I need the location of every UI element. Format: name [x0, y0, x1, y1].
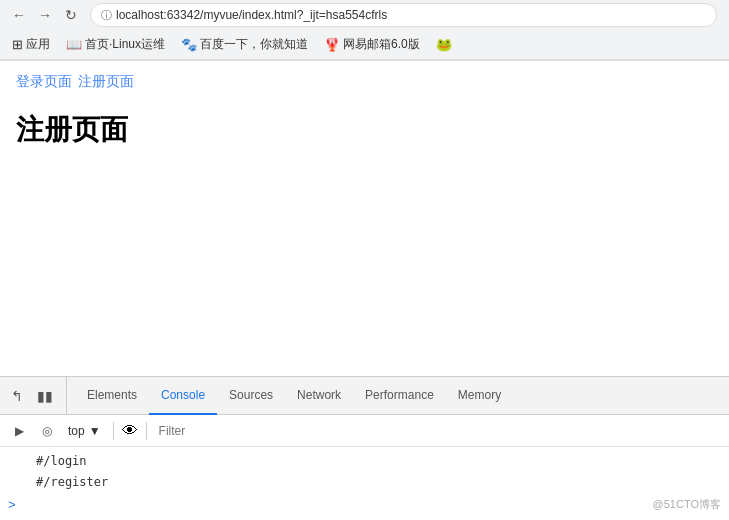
select-element-button[interactable]: ↰: [4, 383, 30, 409]
console-line-2: #/register: [0, 472, 729, 493]
baidu-icon: 🐾: [181, 37, 197, 52]
forward-button[interactable]: →: [34, 4, 56, 26]
eye-icon: 👁: [122, 422, 138, 440]
tab-memory-label: Memory: [458, 388, 501, 402]
console-output: #/login #/register >: [0, 447, 729, 520]
back-button[interactable]: ←: [8, 4, 30, 26]
divider2: [146, 422, 147, 440]
context-label: top: [68, 424, 85, 438]
mail-icon: 🦞: [324, 37, 340, 52]
bookmark-apps[interactable]: ⊞ 应用: [8, 34, 54, 55]
devtools-panel: ↰ ▮▮ Elements Console Sources Network Pe…: [0, 376, 729, 520]
prompt-arrow-icon: >: [8, 497, 16, 512]
book-icon: 📖: [66, 37, 82, 52]
register-link[interactable]: 注册页面: [78, 73, 134, 91]
bookmarks-bar: ⊞ 应用 📖 首页·Linux运维 🐾 百度一下，你就知道 🦞 网易邮箱6.0版…: [0, 30, 729, 60]
frog-icon: 🐸: [436, 37, 452, 52]
tab-console[interactable]: Console: [149, 378, 217, 415]
console-line-1: #/login: [0, 451, 729, 472]
title-bar: ← → ↻ ⓘ localhost:63342/myvue/index.html…: [0, 0, 729, 30]
console-text-2: #/register: [36, 475, 108, 489]
devtools-tabs-bar: ↰ ▮▮ Elements Console Sources Network Pe…: [0, 377, 729, 415]
tab-network-label: Network: [297, 388, 341, 402]
console-toolbar: ▶ ◎ top ▼ 👁: [0, 415, 729, 447]
bookmark-apps-label: 应用: [26, 36, 50, 53]
divider: [113, 422, 114, 440]
bookmark-163[interactable]: 🦞 网易邮箱6.0版: [320, 34, 424, 55]
page-title: 注册页面: [16, 111, 713, 149]
address-bar[interactable]: ⓘ localhost:63342/myvue/index.html?_ijt=…: [90, 3, 717, 27]
tab-elements-label: Elements: [87, 388, 137, 402]
lock-icon: ⓘ: [101, 8, 112, 23]
device-toggle-button[interactable]: ▮▮: [32, 383, 58, 409]
tab-performance-label: Performance: [365, 388, 434, 402]
clear-console-button[interactable]: ▶: [8, 420, 30, 442]
nav-links: 登录页面 注册页面: [16, 73, 713, 91]
bookmark-163-label: 网易邮箱6.0版: [343, 36, 420, 53]
tab-network[interactable]: Network: [285, 378, 353, 415]
address-text: localhost:63342/myvue/index.html?_ijt=hs…: [116, 8, 387, 22]
context-selector[interactable]: top ▼: [64, 422, 105, 440]
block-button[interactable]: ◎: [36, 420, 58, 442]
console-text-1: #/login: [36, 454, 87, 468]
bookmark-baidu-label: 百度一下，你就知道: [200, 36, 308, 53]
chevron-down-icon: ▼: [89, 424, 101, 438]
devtools-toolbar-icons: ↰ ▮▮: [4, 377, 67, 414]
tab-elements[interactable]: Elements: [75, 378, 149, 415]
bookmark-baidu[interactable]: 🐾 百度一下，你就知道: [177, 34, 312, 55]
console-prompt[interactable]: >: [0, 493, 729, 516]
reload-button[interactable]: ↻: [60, 4, 82, 26]
tab-performance[interactable]: Performance: [353, 378, 446, 415]
bookmark-linux[interactable]: 📖 首页·Linux运维: [62, 34, 169, 55]
browser-chrome: ← → ↻ ⓘ localhost:63342/myvue/index.html…: [0, 0, 729, 61]
page-content: 登录页面 注册页面 注册页面: [0, 61, 729, 261]
filter-input[interactable]: [155, 422, 721, 440]
tab-memory[interactable]: Memory: [446, 378, 513, 415]
bookmark-frog[interactable]: 🐸: [432, 35, 456, 54]
watermark: @51CTO博客: [653, 497, 721, 512]
tab-sources[interactable]: Sources: [217, 378, 285, 415]
tab-sources-label: Sources: [229, 388, 273, 402]
tab-console-label: Console: [161, 388, 205, 402]
apps-icon: ⊞: [12, 37, 23, 52]
bookmark-linux-label: 首页·Linux运维: [85, 36, 165, 53]
login-link[interactable]: 登录页面: [16, 73, 72, 91]
